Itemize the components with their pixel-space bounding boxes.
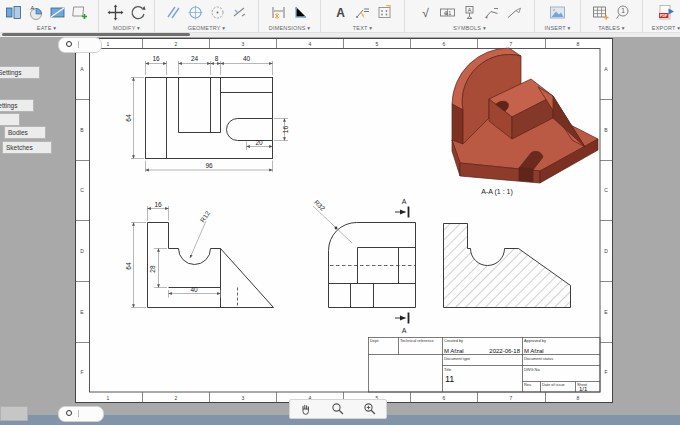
balloon-icon[interactable]: 1: [613, 3, 632, 22]
approved-by-value[interactable]: M Afzal: [524, 348, 544, 354]
zoom-icon[interactable]: [331, 402, 345, 416]
bend-note-icon[interactable]: [482, 3, 501, 22]
centerline-icon[interactable]: [164, 3, 183, 22]
dim-front-28[interactable]: 28: [149, 265, 156, 273]
zone-row: D: [604, 248, 608, 254]
toolbar-group-insert: INSERT ▾: [535, 0, 581, 32]
zone-row: D: [80, 248, 84, 254]
collapsed-panel-handle[interactable]: [0, 406, 28, 421]
sketch-circle-icon[interactable]: [208, 3, 227, 22]
zoom-window-icon[interactable]: [363, 402, 377, 416]
toolbar-group-modify: MODIFY ▾: [99, 0, 155, 32]
zone-col: 2: [175, 41, 178, 47]
datum-icon[interactable]: A: [460, 3, 479, 22]
create-sketch-icon[interactable]: [70, 3, 89, 22]
hole-table-icon[interactable]: [375, 3, 394, 22]
zone-col: 6: [443, 41, 446, 47]
toolbar-group-text: A TEXT ▾: [321, 0, 405, 32]
zone-row: F: [80, 369, 83, 375]
sidebar-item-bodies[interactable]: Bodies: [4, 126, 46, 139]
zone-col: 5: [376, 41, 379, 47]
created-by-value[interactable]: M Afzal: [444, 348, 464, 354]
surface-texture-glyph: √: [422, 6, 429, 20]
zone-row: F: [604, 369, 607, 375]
dim-front-16[interactable]: 16: [154, 201, 162, 208]
text-icon[interactable]: A: [331, 3, 350, 22]
title-value[interactable]: 11: [445, 374, 454, 384]
dim-top-64[interactable]: 64: [125, 114, 132, 122]
arrow-leader-icon[interactable]: [504, 3, 523, 22]
edge-extension-icon[interactable]: [230, 3, 249, 22]
toolbar-insert-label[interactable]: INSERT ▾: [535, 25, 580, 31]
dim-top-20[interactable]: 20: [255, 139, 263, 146]
rev-label: Rev.: [524, 382, 532, 387]
doc-status-label: Document status: [524, 356, 553, 361]
sidebar-item-settings-1[interactable]: Settings: [0, 66, 40, 79]
sheet-corner-control-bottom[interactable]: [58, 406, 104, 422]
dim-top-16[interactable]: 16: [152, 55, 160, 62]
tech-ref-label: Technical reference: [400, 338, 434, 343]
sheet-corner-control-top[interactable]: [58, 37, 102, 53]
toolbar-geometry-label[interactable]: GEOMETRY ▾: [155, 25, 258, 31]
doc-type-label: Document type: [444, 356, 470, 361]
pan-icon[interactable]: [299, 402, 313, 416]
toolbar: A EATE ▾ MODIFY ▾ GEOMETRY ▾ DIMENSIONS …: [0, 0, 680, 33]
dim-top-24[interactable]: 24: [191, 55, 199, 62]
zone-col: 7: [510, 41, 513, 47]
export-pdf-icon[interactable]: PDF: [657, 3, 676, 22]
toolbar-group-geometry: GEOMETRY ▾: [155, 0, 259, 32]
insert-image-icon[interactable]: [548, 3, 567, 22]
sheet-value[interactable]: 1/1: [579, 386, 588, 392]
date-of-issue-label: Date of issue: [542, 382, 565, 387]
dimension-icon[interactable]: [269, 3, 288, 22]
zone-col: 3: [242, 395, 245, 401]
dim-top-8[interactable]: 8: [215, 55, 219, 62]
zone-row: C: [80, 187, 84, 193]
toolbar-symbols-label[interactable]: SYMBOLS ▾: [405, 25, 534, 31]
text-icon-letter: A: [336, 6, 345, 20]
dept-label: Dept.: [370, 338, 379, 343]
zone-col: 1: [107, 395, 110, 401]
dim-front-40[interactable]: 40: [190, 286, 198, 293]
toolbar-dimensions-label[interactable]: DIMENSIONS ▾: [259, 25, 320, 31]
toolbar-group-tables: 1 TABLES ▾: [581, 0, 643, 32]
center-mark-icon[interactable]: [186, 3, 205, 22]
toolbar-create-label[interactable]: EATE ▾: [0, 25, 98, 31]
projected-view-letter: A: [31, 5, 35, 11]
date-value[interactable]: 2022-06-18: [489, 348, 520, 354]
dim-top-40[interactable]: 40: [243, 55, 251, 62]
section-view-label[interactable]: A-A (1 : 1): [481, 188, 513, 196]
section-view-icon[interactable]: [48, 3, 67, 22]
sheet-grip-icon: [78, 410, 79, 417]
balloon-glyph: 1: [621, 7, 625, 14]
dwg-no-label: DWG No.: [524, 367, 541, 372]
toolbar-export-label[interactable]: EXPORT ▾: [643, 25, 680, 31]
projected-view-icon[interactable]: A: [26, 3, 45, 22]
dim-top-96[interactable]: 96: [205, 162, 213, 169]
leader-text-icon[interactable]: [353, 3, 372, 22]
sidebar-item-stub[interactable]: [0, 113, 20, 126]
toolbar-tables-label[interactable]: TABLES ▾: [581, 25, 642, 31]
ordinate-dimension-icon[interactable]: [291, 3, 310, 22]
section-arrow-label-top[interactable]: A: [402, 198, 407, 205]
base-view-icon[interactable]: [4, 3, 23, 22]
zone-col: 4: [309, 41, 312, 47]
sidebar-item-settings-2[interactable]: Settings: [0, 99, 34, 112]
table-icon[interactable]: [591, 3, 610, 22]
sheet-grip-icon: [78, 41, 79, 48]
sidebar-item-sketches[interactable]: Sketches: [2, 141, 52, 154]
title-label: Title: [444, 367, 451, 372]
section-arrow-label-bottom[interactable]: A: [402, 327, 407, 334]
dim-top-slot16[interactable]: 16: [282, 126, 289, 134]
move-icon[interactable]: [106, 3, 125, 22]
dim-front-64[interactable]: 64: [125, 262, 132, 270]
toolbar-text-label[interactable]: TEXT ▾: [321, 25, 404, 31]
surface-texture-icon[interactable]: √: [416, 3, 435, 22]
feature-control-frame-icon[interactable]: ⊕1: [438, 3, 457, 22]
pdf-glyph: PDF: [660, 14, 668, 18]
drawing-canvas[interactable]: 1 2 3 4 5 6 7 8 1 2 3 4 5 6 7 8 A B C D …: [0, 37, 680, 415]
rotate-icon[interactable]: [128, 3, 147, 22]
toolbar-group-export: PDF EXPORT ▾: [643, 0, 680, 32]
toolbar-modify-label[interactable]: MODIFY ▾: [99, 25, 154, 31]
horizontal-scrollbar[interactable]: [2, 33, 190, 36]
